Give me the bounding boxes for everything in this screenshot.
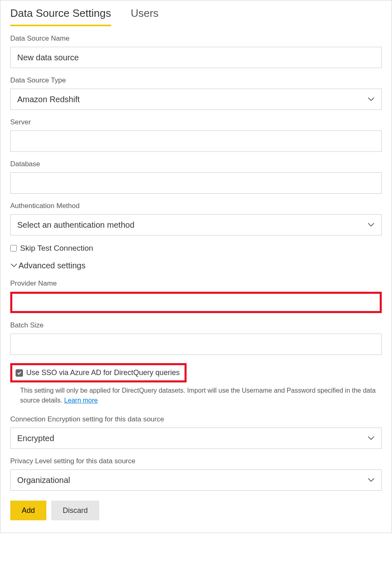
field-server: Server bbox=[10, 118, 382, 152]
sso-help-text: This setting will only be applied for Di… bbox=[20, 386, 382, 405]
advanced-settings-label: Advanced settings bbox=[18, 261, 85, 270]
use-sso-label: Use SSO via Azure AD for DirectQuery que… bbox=[26, 368, 180, 377]
data-source-type-label: Data Source Type bbox=[10, 76, 382, 85]
use-sso-checkbox[interactable] bbox=[16, 369, 23, 377]
field-database: Database bbox=[10, 160, 382, 194]
authentication-method-select[interactable]: Select an authentication method bbox=[10, 214, 382, 236]
tabs: Data Source Settings Users bbox=[10, 4, 382, 26]
field-data-source-name: Data Source Name bbox=[10, 34, 382, 68]
field-privacy-level: Privacy Level setting for this data sour… bbox=[10, 457, 382, 491]
connection-encryption-label: Connection Encryption setting for this d… bbox=[10, 415, 382, 423]
advanced-settings-toggle[interactable]: Advanced settings bbox=[10, 261, 382, 270]
database-input[interactable] bbox=[10, 172, 382, 194]
field-connection-encryption: Connection Encryption setting for this d… bbox=[10, 415, 382, 449]
add-button[interactable]: Add bbox=[10, 501, 46, 520]
tab-data-source-settings[interactable]: Data Source Settings bbox=[10, 4, 111, 26]
provider-name-input[interactable] bbox=[10, 292, 382, 313]
connection-encryption-select[interactable]: Encrypted bbox=[10, 428, 382, 449]
button-row: Add Discard bbox=[10, 501, 382, 520]
authentication-method-label: Authentication Method bbox=[10, 202, 382, 210]
skip-test-connection-row: Skip Test Connection bbox=[10, 244, 382, 253]
sso-section: Use SSO via Azure AD for DirectQuery que… bbox=[10, 363, 382, 405]
field-authentication-method: Authentication Method Select an authenti… bbox=[10, 202, 382, 236]
learn-more-link[interactable]: Learn more bbox=[64, 397, 98, 404]
batch-size-input[interactable] bbox=[10, 334, 382, 355]
skip-test-connection-checkbox[interactable] bbox=[10, 245, 17, 252]
field-batch-size: Batch Size bbox=[10, 321, 382, 355]
data-source-name-input[interactable] bbox=[10, 47, 382, 68]
batch-size-label: Batch Size bbox=[10, 321, 382, 329]
database-label: Database bbox=[10, 160, 382, 168]
provider-name-label: Provider Name bbox=[10, 279, 382, 288]
data-source-type-select[interactable]: Amazon Redshift bbox=[10, 89, 382, 110]
tab-users[interactable]: Users bbox=[131, 4, 159, 26]
data-source-name-label: Data Source Name bbox=[10, 34, 382, 43]
sso-highlighted-box: Use SSO via Azure AD for DirectQuery que… bbox=[10, 363, 187, 382]
privacy-level-select[interactable]: Organizational bbox=[10, 469, 382, 491]
chevron-down-icon bbox=[10, 262, 18, 270]
server-input[interactable] bbox=[10, 130, 382, 152]
server-label: Server bbox=[10, 118, 382, 126]
privacy-level-label: Privacy Level setting for this data sour… bbox=[10, 457, 382, 465]
field-provider-name: Provider Name bbox=[10, 279, 382, 313]
skip-test-connection-label: Skip Test Connection bbox=[20, 244, 93, 253]
data-source-settings-panel: Data Source Settings Users Data Source N… bbox=[0, 0, 392, 533]
field-data-source-type: Data Source Type Amazon Redshift bbox=[10, 76, 382, 110]
discard-button[interactable]: Discard bbox=[51, 501, 99, 520]
